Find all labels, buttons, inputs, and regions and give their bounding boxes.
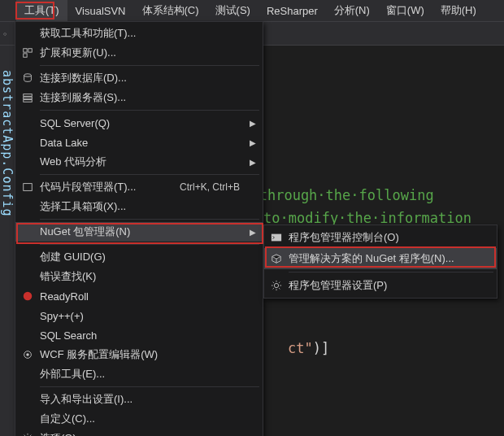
- code-attribute: ct")]: [288, 337, 329, 360]
- gear-icon: [15, 433, 40, 436]
- menu-label: 代码片段管理器(T)...: [40, 180, 168, 194]
- svg-point-13: [274, 283, 278, 287]
- menu-get-tools[interactable]: 获取工具和功能(T)...: [15, 24, 263, 43]
- editor-gutter: abstractApp.Config: [0, 46, 15, 436]
- menu-wcf-editor[interactable]: WCF 服务配置编辑器(W): [15, 345, 263, 364]
- chevron-right-icon: ▶: [250, 228, 256, 237]
- menu-architecture[interactable]: 体系结构(C): [134, 0, 207, 21]
- menu-tools[interactable]: 工具(T): [16, 0, 67, 21]
- chevron-right-icon: ▶: [250, 119, 256, 128]
- menu-label: 导入和导出设置(I)...: [40, 392, 240, 407]
- svg-rect-2: [24, 54, 27, 57]
- menu-extensions[interactable]: 扩展和更新(U)...: [15, 43, 263, 63]
- menu-separator: [40, 174, 259, 175]
- menu-label: Data Lake: [40, 137, 240, 149]
- extensions-icon: [15, 47, 40, 59]
- menu-separator: [40, 219, 259, 220]
- menu-sql-search[interactable]: SQL Search: [15, 325, 263, 345]
- menu-separator: [40, 65, 259, 66]
- svg-rect-4: [24, 94, 33, 97]
- menu-label: 创建 GUID(G): [40, 250, 240, 264]
- wcf-icon: [15, 349, 40, 360]
- chevron-right-icon: ▶: [250, 138, 256, 147]
- menu-options[interactable]: 选项(O)...: [15, 429, 263, 436]
- menu-label: NuGet 包管理器(N): [40, 225, 240, 239]
- nav-back-icon[interactable]: ◦: [3, 28, 7, 40]
- menu-readyroll[interactable]: ReadyRoll: [15, 286, 263, 306]
- menu-label: SQL Search: [40, 329, 240, 342]
- svg-rect-6: [24, 100, 33, 102]
- menu-label: 程序包管理器控制台(O): [289, 230, 474, 245]
- gear-icon: [264, 280, 289, 291]
- menu-label: 扩展和更新(U)...: [40, 46, 240, 60]
- menu-separator: [289, 272, 493, 272]
- svg-rect-7: [24, 184, 33, 191]
- menu-separator: [40, 110, 259, 111]
- menu-import-export[interactable]: 导入和导出设置(I)...: [15, 390, 263, 409]
- menu-web-analysis[interactable]: Web 代码分析 ▶: [15, 152, 263, 172]
- menu-analyze[interactable]: 分析(N): [326, 0, 378, 21]
- readyroll-icon: [15, 290, 40, 302]
- menu-data-lake[interactable]: Data Lake ▶: [15, 133, 263, 152]
- database-icon: [15, 72, 40, 84]
- menu-label: WCF 服务配置编辑器(W): [40, 347, 240, 362]
- menu-label: 连接到服务器(S)...: [40, 90, 240, 105]
- svg-point-8: [24, 292, 33, 301]
- menu-resharper[interactable]: ReSharper: [259, 2, 326, 20]
- menubar: 工具(T) VisualSVN 体系结构(C) 测试(S) ReSharper …: [0, 0, 504, 21]
- menu-create-guid[interactable]: 创建 GUID(G): [15, 247, 263, 267]
- menu-snippet-manager[interactable]: 代码片段管理器(T)... Ctrl+K, Ctrl+B: [15, 177, 263, 197]
- menu-toolbox-items[interactable]: 选择工具箱项(X)...: [15, 197, 263, 216]
- menu-spypp[interactable]: Spy++(+): [15, 306, 263, 325]
- menu-label: 外部工具(E)...: [40, 367, 240, 382]
- menu-label: 管理解决方案的 NuGet 程序包(N)...: [289, 251, 474, 266]
- menu-label: 获取工具和功能(T)...: [40, 26, 240, 41]
- menu-label: 选项(O)...: [40, 431, 240, 436]
- code-comment: ed·through·the·following: [234, 184, 434, 207]
- svg-point-10: [26, 353, 29, 356]
- svg-rect-5: [24, 97, 33, 99]
- menu-label: ReadyRoll: [40, 290, 240, 303]
- chevron-right-icon: ▶: [250, 158, 256, 167]
- menu-separator: [40, 244, 259, 245]
- console-icon: [264, 232, 289, 243]
- submenu-manage-packages[interactable]: 管理解决方案的 NuGet 程序包(N)...: [264, 248, 497, 269]
- server-icon: [15, 92, 40, 103]
- menu-label: Web 代码分析: [40, 155, 240, 169]
- svg-rect-0: [24, 49, 27, 52]
- svg-rect-12: [272, 234, 281, 242]
- menu-help[interactable]: 帮助(H): [432, 0, 484, 21]
- menu-shortcut: Ctrl+K, Ctrl+B: [168, 181, 240, 193]
- menu-label: 自定义(C)...: [40, 412, 240, 426]
- menu-label: 程序包管理器设置(P): [289, 278, 474, 293]
- svg-rect-1: [28, 49, 32, 52]
- nuget-submenu: 程序包管理器控制台(O) 管理解决方案的 NuGet 程序包(N)... 程序包…: [263, 225, 497, 299]
- menu-window[interactable]: 窗口(W): [378, 0, 432, 21]
- menu-connect-server[interactable]: 连接到服务器(S)...: [15, 88, 263, 107]
- menu-sql-server[interactable]: SQL Server(Q) ▶: [15, 113, 263, 133]
- submenu-settings[interactable]: 程序包管理器设置(P): [264, 275, 497, 296]
- menu-label: SQL Server(Q): [40, 117, 240, 129]
- menu-customize[interactable]: 自定义(C)...: [15, 409, 263, 429]
- snippet-icon: [15, 181, 40, 193]
- menu-label: 错误查找(K): [40, 269, 240, 284]
- menu-connect-db[interactable]: 连接到数据库(D)...: [15, 68, 263, 88]
- menu-visualsvn[interactable]: VisualSVN: [67, 2, 134, 20]
- menu-test[interactable]: 测试(S): [207, 0, 259, 21]
- svg-point-3: [24, 74, 32, 77]
- menu-label: 连接到数据库(D)...: [40, 71, 240, 85]
- submenu-console[interactable]: 程序包管理器控制台(O): [264, 227, 497, 248]
- package-icon: [264, 253, 289, 264]
- menu-label: 选择工具箱项(X)...: [40, 199, 240, 214]
- gutter-tab-label[interactable]: abstractApp.Config: [0, 70, 15, 217]
- menu-label: Spy++(+): [40, 310, 240, 322]
- menu-external-tools[interactable]: 外部工具(E)...: [15, 364, 263, 384]
- tools-dropdown: 获取工具和功能(T)... 扩展和更新(U)... 连接到数据库(D)... 连…: [15, 21, 263, 436]
- menu-separator: [40, 386, 259, 387]
- menu-error-lookup[interactable]: 错误查找(K): [15, 267, 263, 286]
- menu-nuget[interactable]: NuGet 包管理器(N) ▶: [15, 222, 263, 242]
